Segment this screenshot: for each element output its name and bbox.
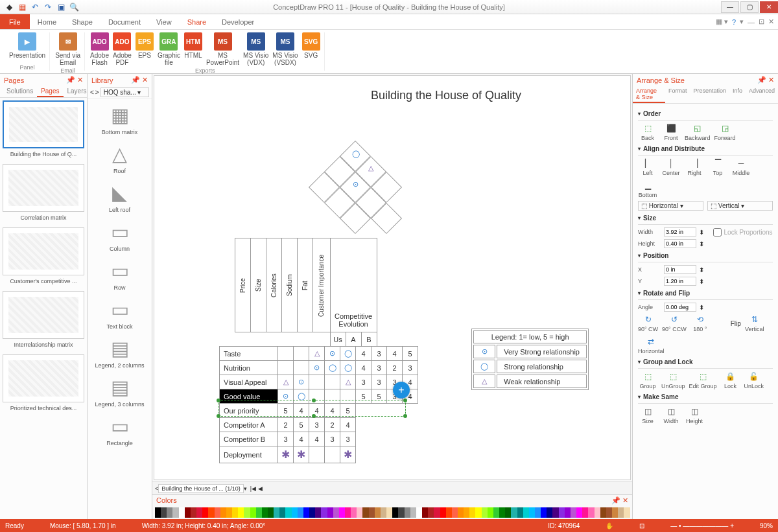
align-bottom[interactable]: ▁Bottom xyxy=(638,180,657,198)
color-swatch[interactable] xyxy=(606,507,612,518)
section-makesame[interactable]: Make Same xyxy=(638,393,773,400)
color-swatch[interactable] xyxy=(345,507,351,518)
tab-advanced[interactable]: Advanced xyxy=(746,86,778,103)
color-swatch[interactable] xyxy=(357,507,362,518)
row-label[interactable]: Good value xyxy=(220,389,278,404)
add-button[interactable]: + xyxy=(393,382,410,399)
flip-horizontal[interactable]: ⇄Horizontal xyxy=(638,336,665,354)
color-swatch[interactable] xyxy=(559,507,565,518)
color-swatch[interactable] xyxy=(624,507,630,518)
color-swatch[interactable] xyxy=(202,507,208,518)
ungroup-btn[interactable]: ⬚UnGroup xyxy=(661,371,685,389)
menu-home[interactable]: Home xyxy=(30,16,64,29)
color-swatch[interactable] xyxy=(208,507,214,518)
section-rotate[interactable]: Rotate and Flip xyxy=(638,290,773,297)
pan-icon[interactable]: ✋ xyxy=(606,522,613,529)
row-label[interactable]: Our priority xyxy=(220,404,278,418)
page-thumb[interactable] xyxy=(3,164,84,212)
row-label[interactable]: Visual Appeal xyxy=(220,375,278,389)
color-swatch[interactable] xyxy=(511,507,517,518)
color-swatch[interactable] xyxy=(535,507,541,518)
color-swatch[interactable] xyxy=(172,507,178,518)
color-swatch[interactable] xyxy=(362,507,368,518)
hoq-matrix[interactable]: Price Size Calories Sodium Fat Customer … xyxy=(219,238,377,347)
color-swatch[interactable] xyxy=(220,507,226,518)
color-swatch[interactable] xyxy=(458,507,464,518)
align-left[interactable]: ▏Left xyxy=(638,158,657,176)
width-input[interactable] xyxy=(664,227,696,237)
color-swatch[interactable] xyxy=(571,507,576,518)
same-width[interactable]: ◫Width xyxy=(661,406,681,424)
color-swatch[interactable] xyxy=(351,507,357,518)
color-swatch[interactable] xyxy=(161,507,167,518)
color-swatch[interactable] xyxy=(339,507,345,518)
menu-view[interactable]: View xyxy=(148,16,180,29)
color-swatch[interactable] xyxy=(232,507,238,518)
unlock-btn[interactable]: 🔓UnLock xyxy=(744,371,764,389)
hoq-data-rows[interactable]: Taste△⊙◯4345Nutrition⊙◯◯4323Visual Appea… xyxy=(219,346,418,404)
color-swatch[interactable] xyxy=(565,507,571,518)
align-right[interactable]: ▕Right xyxy=(685,158,704,176)
section-group[interactable]: Group and Lock xyxy=(638,358,773,365)
help-icon[interactable]: ? xyxy=(732,18,736,26)
color-swatch[interactable] xyxy=(440,507,446,518)
minimize-button[interactable]: — xyxy=(721,1,739,13)
tab-info[interactable]: Info xyxy=(729,86,746,103)
lib-shape-rectangle[interactable]: ▭Rectangle xyxy=(90,413,149,446)
color-swatch[interactable] xyxy=(386,507,392,518)
ribbon-svg[interactable]: SVGSVG xyxy=(302,32,320,59)
color-swatch[interactable] xyxy=(321,507,327,518)
color-swatch[interactable] xyxy=(381,507,386,518)
color-swatch[interactable] xyxy=(262,507,268,518)
undo-icon[interactable]: ↶ xyxy=(30,2,40,12)
color-swatch[interactable] xyxy=(196,507,202,518)
flip-vertical[interactable]: ⇅Vertical xyxy=(745,314,764,332)
row-label[interactable]: Competitor A xyxy=(220,418,278,432)
ribbon-ms-powerpoint[interactable]: MSMS PowerPoint xyxy=(206,32,239,66)
save-icon[interactable]: ▣ xyxy=(56,2,66,12)
color-swatch[interactable] xyxy=(523,507,529,518)
y-input[interactable] xyxy=(664,277,696,286)
fit-icon[interactable]: ⊡ xyxy=(639,522,644,529)
row-label[interactable]: Taste xyxy=(220,347,278,361)
order-forward[interactable]: ◲Forward xyxy=(714,123,736,141)
color-swatch[interactable] xyxy=(482,507,488,518)
angle-input[interactable] xyxy=(664,303,696,312)
color-swatch[interactable] xyxy=(179,507,185,518)
ribbon-send-email[interactable]: ✉ Send via Email xyxy=(55,32,80,66)
canvas[interactable]: Building the House of Quality ◯ △ ⊙ xyxy=(154,75,631,480)
close-button[interactable]: ✕ xyxy=(760,1,778,13)
close-panel-icon[interactable]: ✕ xyxy=(622,496,628,504)
row-label[interactable]: Competitor B xyxy=(220,432,278,446)
color-swatch[interactable] xyxy=(292,507,298,518)
color-swatch[interactable] xyxy=(529,507,535,518)
menu-shape[interactable]: Shape xyxy=(64,16,100,29)
color-swatch[interactable] xyxy=(541,507,547,518)
lib-next-icon[interactable]: > xyxy=(95,89,99,96)
color-swatch[interactable] xyxy=(226,507,232,518)
color-swatch[interactable] xyxy=(238,507,244,518)
color-swatch[interactable] xyxy=(600,507,606,518)
ribbon-ms-visio-(vsdx)[interactable]: MSMS Visio (VSDX) xyxy=(272,32,298,66)
pin-icon[interactable]: 📌 xyxy=(611,496,620,504)
same-size[interactable]: ◫Size xyxy=(638,406,657,424)
color-swatch[interactable] xyxy=(392,507,398,518)
color-swatch[interactable] xyxy=(469,507,475,518)
section-align[interactable]: Align and Distribute xyxy=(638,145,773,152)
lib-shape-row[interactable]: ▭Row xyxy=(90,257,149,291)
color-swatch[interactable] xyxy=(215,507,220,518)
inner-minimize-icon[interactable]: — xyxy=(748,18,755,26)
color-swatch[interactable] xyxy=(327,507,333,518)
section-size[interactable]: Size xyxy=(638,214,773,222)
lib-shape-column[interactable]: ▭Column xyxy=(90,218,149,252)
lib-select[interactable]: HOQ sha... ▾ xyxy=(100,87,149,97)
lock-proportions[interactable] xyxy=(713,228,722,237)
align-middle[interactable]: ─Middle xyxy=(731,158,751,176)
page-tabs[interactable]: < Building the House of ... (1/10) ▾ |◀ … xyxy=(152,481,632,494)
section-position[interactable]: Position xyxy=(638,252,773,259)
ribbon-eps[interactable]: EPSEPS xyxy=(136,32,154,59)
color-swatch[interactable] xyxy=(547,507,552,518)
color-swatch[interactable] xyxy=(268,507,274,518)
color-swatch[interactable] xyxy=(303,507,309,518)
pin-icon[interactable]: 📌 xyxy=(757,76,766,84)
